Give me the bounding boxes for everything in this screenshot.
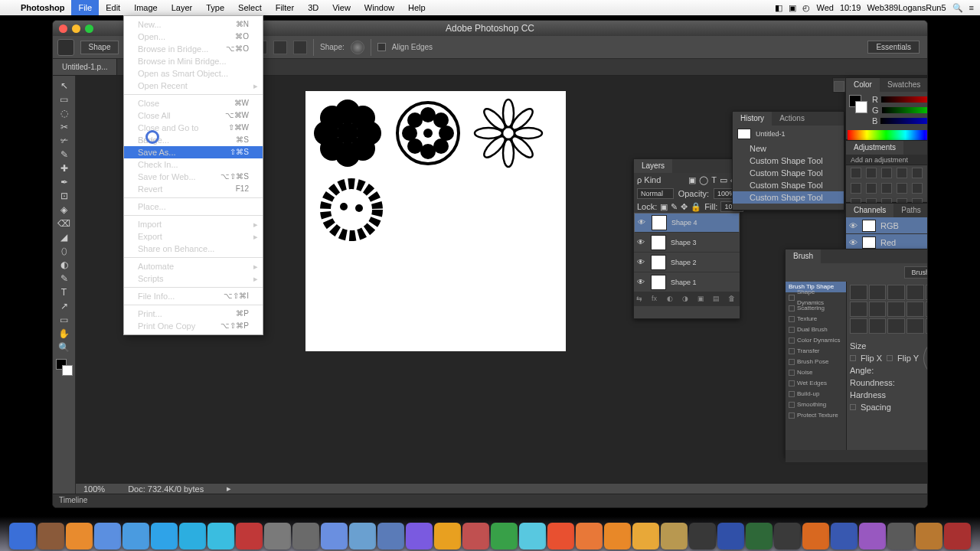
flipx-checkbox[interactable]	[850, 355, 856, 361]
path-align-icon[interactable]	[273, 41, 287, 54]
file-menu-item[interactable]: Close All⌥⌘W	[124, 109, 263, 122]
file-menu-item[interactable]: File Info...⌥⇧⌘I	[124, 290, 263, 302]
lock-icon[interactable]: ✎	[671, 202, 678, 212]
menubar-layer[interactable]: Layer	[165, 0, 200, 15]
blue-slider[interactable]	[880, 118, 928, 124]
color-swatch[interactable]	[56, 359, 73, 376]
dock-app-icon[interactable]	[802, 523, 829, 549]
type-tool[interactable]: T	[55, 285, 74, 299]
menubar-extra-icon[interactable]: ◴	[802, 3, 810, 13]
group-icon[interactable]: ▣	[697, 295, 707, 304]
file-menu-item[interactable]: Open as Smart Object...	[124, 67, 263, 80]
marquee-tool[interactable]: ▭	[55, 93, 74, 106]
swatches-tab[interactable]: Swatches	[880, 78, 928, 92]
layer-filter-icon[interactable]: ▭	[720, 175, 727, 185]
history-row[interactable]: Custom Shape Tool	[733, 167, 844, 179]
zoom-tool[interactable]: 🔍	[55, 341, 74, 354]
document-canvas[interactable]	[305, 91, 566, 351]
file-menu-item[interactable]: Open...⌘O	[124, 31, 263, 43]
dock-app-icon[interactable]	[377, 523, 404, 549]
layer-filter-icon[interactable]: T	[711, 175, 717, 184]
brush-option[interactable]: Color Dynamics	[786, 335, 846, 346]
paths-tab[interactable]: Paths	[893, 204, 928, 217]
adjustment-icon[interactable]	[897, 183, 907, 194]
menubar-user[interactable]: Web389LogansRun5	[867, 3, 946, 12]
menubar-select[interactable]: Select	[231, 0, 269, 15]
blur-tool[interactable]: ⬯	[55, 244, 74, 258]
file-menu-item[interactable]: Close and Go to Bridge...⇧⌘W	[124, 122, 263, 134]
adjustment-icon[interactable]	[927, 168, 928, 178]
crop-tool[interactable]: ✃	[55, 134, 74, 148]
brush-preset-cell[interactable]	[869, 318, 887, 334]
adjustment-icon[interactable]	[881, 168, 892, 178]
file-menu-item[interactable]: Share on Behance...	[124, 243, 263, 255]
dock-app-icon[interactable]	[434, 523, 461, 549]
brush-preset-cell[interactable]	[887, 302, 905, 317]
brush-preset-cell[interactable]	[869, 285, 887, 300]
brush-option[interactable]: Smoothing	[786, 399, 846, 410]
adjustments-tab[interactable]: Adjustments	[846, 141, 903, 155]
dock-app-icon[interactable]	[576, 523, 603, 549]
brush-tool[interactable]: ✒	[55, 175, 74, 189]
eye-icon[interactable]: 👁	[849, 238, 858, 247]
menubar-edit[interactable]: Edit	[99, 0, 127, 15]
brush-option[interactable]: Protect Texture	[786, 410, 846, 421]
pen-tool[interactable]: ✎	[55, 272, 74, 285]
file-menu-item[interactable]: Save⌘S	[124, 134, 263, 146]
file-menu-item[interactable]: Automate▸	[124, 260, 263, 272]
adjustment-icon[interactable]	[912, 168, 923, 178]
brush-preset-cell[interactable]	[906, 285, 924, 300]
color-spectrum[interactable]	[848, 130, 928, 141]
shape-tool[interactable]: ▭	[55, 313, 74, 327]
file-menu-item[interactable]: Open Recent▸	[124, 80, 263, 92]
tool-preset-button[interactable]	[57, 39, 74, 56]
layer-row[interactable]: 👁Shape 3	[634, 233, 740, 253]
history-brush-tool[interactable]: ◈	[55, 203, 74, 217]
lock-icon[interactable]: ✥	[681, 202, 688, 212]
dock-app-icon[interactable]	[94, 523, 121, 549]
new-layer-icon[interactable]: ▤	[713, 295, 722, 304]
brush-presets-button[interactable]: Brush Presets	[904, 266, 928, 279]
menubar-image[interactable]: Image	[127, 0, 165, 15]
eye-icon[interactable]: 👁	[637, 278, 646, 286]
adjustment-icon[interactable]	[851, 168, 861, 178]
dock-app-icon[interactable]	[122, 523, 149, 549]
timeline-panel-tab[interactable]: Timeline	[53, 494, 927, 507]
adjustment-icon[interactable]	[897, 168, 907, 178]
brush-preset-cell[interactable]	[906, 318, 924, 334]
dock-app-icon[interactable]	[689, 523, 716, 549]
brush-preset-cell[interactable]	[926, 285, 928, 300]
lasso-tool[interactable]: ◌	[55, 106, 74, 120]
brush-preset-cell[interactable]	[850, 318, 867, 334]
layer-row[interactable]: 👁Shape 4	[634, 213, 740, 233]
brush-option[interactable]: Wet Edges	[786, 378, 846, 389]
red-slider[interactable]	[881, 96, 928, 103]
brush-preset-cell[interactable]	[850, 285, 867, 300]
dodge-tool[interactable]: ◐	[55, 258, 74, 272]
history-row[interactable]: Custom Shape Tool	[733, 191, 844, 204]
eye-icon[interactable]: 👁	[637, 258, 646, 266]
menubar-window[interactable]: Window	[358, 0, 401, 15]
brush-preset-cell[interactable]	[906, 302, 924, 317]
layer-filter-icon[interactable]: ▣	[688, 175, 696, 185]
dock-app-icon[interactable]	[462, 523, 489, 549]
menubar-help[interactable]: Help	[401, 0, 433, 15]
layers-tab[interactable]: Layers	[634, 159, 672, 173]
collapsed-panel-strip[interactable]	[832, 77, 846, 93]
menubar-view[interactable]: View	[325, 0, 358, 15]
flipy-checkbox[interactable]	[887, 355, 893, 361]
lock-icon[interactable]: ▣	[660, 202, 668, 212]
adjustment-icon[interactable]	[851, 183, 861, 194]
dock-app-icon[interactable]	[887, 523, 914, 549]
adjustment-icon[interactable]	[927, 198, 928, 209]
layer-filter-kind[interactable]: ρ Kind	[637, 175, 661, 184]
dock-app-icon[interactable]	[66, 523, 93, 549]
file-menu-item[interactable]: Save for Web...⌥⇧⌘S	[124, 171, 263, 183]
brush-preset-cell[interactable]	[887, 318, 905, 334]
dock-app-icon[interactable]	[38, 523, 64, 549]
heal-tool[interactable]: ✚	[55, 161, 74, 175]
dock-app-icon[interactable]	[859, 523, 886, 549]
menubar-extra-icon[interactable]: ◧	[775, 3, 782, 13]
status-arrow-icon[interactable]: ▸	[227, 484, 231, 494]
layer-filter-icon[interactable]: ◯	[699, 175, 708, 185]
